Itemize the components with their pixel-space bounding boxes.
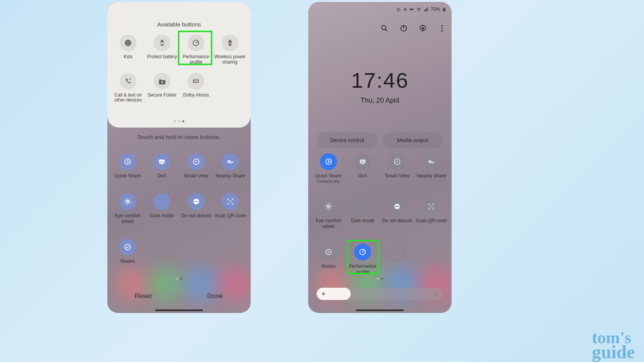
clock-time: 17:46 <box>308 68 452 93</box>
qs-eye-comfort-shield[interactable]: Eye comfort shield <box>311 198 346 229</box>
panel-page-dots[interactable] <box>176 278 182 280</box>
tile-label: Secure Folder <box>148 93 176 98</box>
tile-label: Modes <box>120 259 135 264</box>
qs-performance-profile[interactable]: Performance profile <box>346 244 380 275</box>
svg-point-55 <box>419 11 419 11</box>
panel-page-dots[interactable] <box>377 278 383 280</box>
tile-label: Nearby Share <box>417 173 446 179</box>
svg-rect-58 <box>426 8 427 11</box>
tile-sublabel: Contacts only <box>317 179 340 183</box>
bottom-action-bar: Reset Done <box>107 287 251 305</box>
modes-icon <box>119 239 136 256</box>
tile-label: Do not disturb <box>181 213 211 218</box>
qs-dex[interactable]: DeX <box>145 153 179 179</box>
dex-icon <box>153 153 170 170</box>
media-output-pill[interactable]: Media output <box>382 132 443 148</box>
eye-comfort-icon <box>320 198 337 215</box>
available-call-text-on-other-devices[interactable]: Call & text on other devices <box>111 73 145 103</box>
qs-modes[interactable]: Modes <box>110 239 145 264</box>
qs-dex[interactable]: DeX <box>346 153 380 183</box>
tile-label: Dolby Atmos <box>183 93 209 98</box>
smart-view-icon <box>389 153 406 170</box>
qs-smart-view[interactable]: Smart View <box>179 153 214 179</box>
home-indicator[interactable] <box>356 310 404 311</box>
call-text-icon <box>120 73 136 90</box>
bluetooth-icon <box>403 7 407 12</box>
done-button[interactable]: Done <box>179 292 251 300</box>
tile-label: Scan QR code <box>416 218 447 223</box>
available-title: Available buttons <box>107 2 251 28</box>
tile-label: Quick Share <box>114 173 141 179</box>
alarm-icon <box>396 7 401 12</box>
available-kids[interactable]: Kids <box>111 34 145 65</box>
panel-top-icons <box>380 24 446 33</box>
phone-left-edit-panel: Available buttons KidsProtect batteryPer… <box>107 2 251 313</box>
qs-scan-qr-code[interactable]: Scan QR code <box>214 193 248 224</box>
device-control-pill[interactable]: Device control <box>317 132 378 148</box>
qs-do-not-disturb[interactable]: Do not disturb <box>179 193 214 224</box>
hint-text: Touch and hold to move buttons. <box>107 134 251 140</box>
battery-shield-icon <box>154 34 171 51</box>
power-icon[interactable] <box>399 24 408 33</box>
reset-button[interactable]: Reset <box>107 292 179 300</box>
qs-quick-share[interactable]: Quick Share <box>110 153 145 179</box>
qs-do-not-disturb[interactable]: Do not disturb <box>380 198 414 229</box>
mute-icon <box>409 7 414 12</box>
available-dolby-atmos[interactable]: Dolby Atmos <box>179 73 213 103</box>
battery-icon <box>442 7 446 12</box>
tile-label: Wireless power sharing <box>214 54 246 65</box>
more-icon[interactable] <box>438 24 446 33</box>
kids-icon <box>120 34 136 51</box>
qs-modes[interactable]: Modes <box>311 244 346 275</box>
qs-dark-mode[interactable]: Dark mode <box>346 198 380 229</box>
secure-folder-icon <box>154 73 171 90</box>
smart-view-icon <box>188 153 205 170</box>
clock-block: 17:46 Thu, 20 April <box>308 68 452 105</box>
svg-rect-62 <box>444 9 445 11</box>
qs-quick-share[interactable]: Quick ShareContacts only <box>311 153 346 183</box>
available-page-dots[interactable] <box>174 120 184 122</box>
tile-label: Dark mode <box>351 218 375 223</box>
quick-share-icon <box>119 153 136 170</box>
nearby-icon <box>222 153 239 170</box>
tile-label: Protect battery <box>147 54 177 60</box>
tile-label: DeX <box>157 173 166 179</box>
qr-icon <box>423 198 440 215</box>
wifi-icon <box>416 7 422 12</box>
tile-label: Nearby Share <box>216 173 245 179</box>
search-icon[interactable] <box>380 24 389 33</box>
tile-label: Quick Share <box>315 173 342 179</box>
qs-eye-comfort-shield[interactable]: Eye comfort shield <box>110 193 145 224</box>
available-protect-battery[interactable]: Protect battery <box>145 34 179 65</box>
dex-icon <box>354 153 371 170</box>
clock-date: Thu, 20 April <box>308 97 452 105</box>
brightness-more-icon[interactable]: ⋮ <box>433 291 439 297</box>
qs-add[interactable] <box>380 244 414 275</box>
tile-label: Call & text on other devices <box>112 93 145 103</box>
plus-icon <box>389 244 406 260</box>
signal-icon <box>424 7 429 12</box>
highlight-box <box>347 240 379 274</box>
qs-nearby-share[interactable]: Nearby Share <box>214 153 248 179</box>
dnd-icon <box>389 198 406 215</box>
available-wireless-power-sharing[interactable]: Wireless power sharing <box>213 34 247 65</box>
qs-smart-view[interactable]: Smart View <box>380 153 414 183</box>
qs-scan-qr-code[interactable]: Scan QR code <box>414 198 449 229</box>
moon-icon <box>354 198 371 215</box>
svg-rect-57 <box>425 9 426 11</box>
brightness-fill <box>317 288 351 300</box>
tile-label: Smart View <box>385 173 409 179</box>
qs-dark-mode[interactable]: Dark mode <box>145 193 179 224</box>
gear-icon[interactable] <box>419 24 427 33</box>
svg-rect-59 <box>427 7 428 11</box>
brightness-slider[interactable]: ⋮ <box>317 288 443 300</box>
dnd-icon <box>188 193 205 210</box>
tile-label: Modes <box>321 264 336 269</box>
tile-label: Do not disturb <box>382 218 412 223</box>
watermark: tom's guide <box>592 331 635 359</box>
available-secure-folder[interactable]: Secure Folder <box>145 73 179 103</box>
available-performance-profile[interactable]: Performance profile <box>179 34 213 65</box>
tile-label: Scan QR code <box>215 213 246 218</box>
home-indicator[interactable] <box>155 310 203 311</box>
qs-nearby-share[interactable]: Nearby Share <box>414 153 449 183</box>
